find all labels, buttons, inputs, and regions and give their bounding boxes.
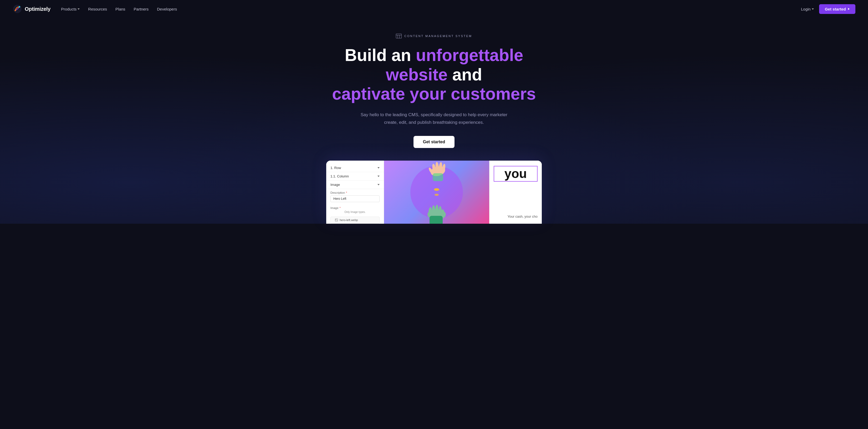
logo[interactable]: Optimizely — [12, 4, 51, 14]
chevron-down-icon — [377, 184, 380, 185]
login-link[interactable]: Login — [801, 7, 814, 11]
cms-text-area: you Your cash, your cho — [489, 161, 542, 224]
cms-image-field: Image * Only Image types. — [326, 204, 384, 216]
optimizely-logo-icon — [12, 4, 22, 14]
file-icon — [335, 218, 338, 222]
nav-item-resources[interactable]: Resources — [88, 7, 107, 11]
cms-image-item: Image — [326, 181, 384, 189]
svg-point-17 — [435, 194, 439, 196]
nav-item-products[interactable]: Products — [61, 7, 80, 11]
chevron-right-icon — [848, 8, 849, 10]
get-started-nav-button[interactable]: Get started — [819, 4, 856, 14]
svg-point-16 — [434, 188, 439, 191]
cms-preview: 1. Row 1.1. Column Image Description * — [326, 161, 542, 224]
svg-rect-24 — [430, 216, 443, 224]
section-tag-text: CONTENT MANAGEMENT SYSTEM — [404, 34, 472, 38]
required-indicator: * — [340, 206, 341, 210]
nav-link-resources[interactable]: Resources — [88, 7, 107, 11]
nav-right: Login Get started — [801, 4, 856, 14]
nav-item-plans[interactable]: Plans — [115, 7, 125, 11]
chevron-down-icon — [377, 167, 380, 168]
text-area-small-text: Your cash, your cho — [507, 214, 537, 218]
nav-item-partners[interactable]: Partners — [134, 7, 149, 11]
nav-link-developers[interactable]: Developers — [157, 7, 177, 11]
hands-illustration — [397, 161, 476, 224]
cms-file-item: hero-left.webp — [331, 217, 380, 223]
section-tag: CONTENT MANAGEMENT SYSTEM — [396, 34, 472, 38]
image-field-label: Image * — [331, 206, 380, 210]
chevron-down-icon — [812, 8, 814, 10]
nav-links: Products Resources Plans Partners — [61, 7, 177, 11]
cms-description-field: Description * — [326, 189, 384, 204]
nav-item-developers[interactable]: Developers — [157, 7, 177, 11]
cms-column-item: 1.1. Column — [326, 172, 384, 181]
cms-row-item: 1. Row — [326, 164, 384, 172]
required-indicator: * — [346, 191, 347, 194]
hero-section: CONTENT MANAGEMENT SYSTEM Build an unfor… — [0, 18, 868, 224]
logo-text: Optimizely — [25, 6, 51, 12]
text-area-outline: you — [494, 166, 537, 182]
nav-link-products[interactable]: Products — [61, 7, 80, 11]
svg-point-1 — [19, 6, 20, 8]
get-started-hero-button[interactable]: Get started — [413, 136, 455, 148]
nav-left: Optimizely Products Resources Plans — [12, 4, 177, 14]
hero-subtext: Say hello to the leading CMS, specifical… — [358, 111, 510, 126]
svg-rect-15 — [433, 173, 443, 181]
cms-sidebar: 1. Row 1.1. Column Image Description * — [326, 161, 384, 224]
navigation: Optimizely Products Resources Plans — [0, 0, 868, 18]
preview-inner: 1. Row 1.1. Column Image Description * — [326, 161, 542, 224]
chevron-down-icon — [377, 176, 380, 177]
nav-link-plans[interactable]: Plans — [115, 7, 125, 11]
description-label: Description * — [331, 191, 380, 194]
image-note: Only Image types. — [331, 211, 380, 213]
svg-point-21 — [435, 205, 438, 215]
cms-image-area — [384, 161, 489, 224]
text-area-big-text: you — [504, 167, 527, 181]
svg-point-2 — [15, 10, 16, 11]
svg-rect-3 — [396, 34, 402, 38]
hero-headline: Build an unforgettable website and capti… — [326, 46, 542, 104]
cms-icon — [396, 34, 402, 38]
description-input[interactable] — [331, 195, 380, 202]
nav-link-partners[interactable]: Partners — [134, 7, 149, 11]
chevron-down-icon — [78, 8, 80, 10]
